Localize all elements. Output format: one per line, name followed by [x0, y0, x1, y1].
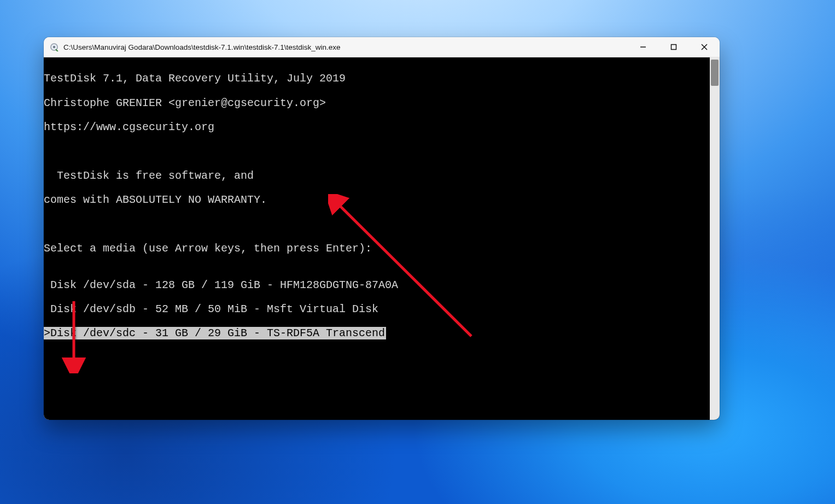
blank-line: [44, 388, 710, 400]
blank-line: [44, 145, 710, 157]
svg-rect-5: [671, 45, 676, 50]
maximize-button[interactable]: [658, 37, 689, 57]
console-area[interactable]: TestDisk 7.1, Data Recovery Utility, Jul…: [44, 57, 720, 420]
header-line-2: Christophe GRENIER <grenier@cgsecurity.o…: [44, 97, 710, 109]
console-text: TestDisk 7.1, Data Recovery Utility, Jul…: [44, 57, 710, 420]
disk-sdc-selected[interactable]: >Disk /dev/sdc - 31 GB / 29 GiB - TS-RDF…: [44, 327, 710, 339]
svg-point-2: [53, 46, 55, 48]
intro-line-1: TestDisk is free software, and: [44, 170, 710, 182]
header-line-1: TestDisk 7.1, Data Recovery Utility, Jul…: [44, 73, 710, 85]
app-icon: [49, 42, 59, 52]
window-title: C:\Users\Manuviraj Godara\Downloads\test…: [63, 43, 628, 51]
disk-sdc-label: >Disk /dev/sdc - 31 GB / 29 GiB - TS-RDF…: [44, 327, 386, 339]
blank-line: [44, 219, 710, 231]
blank-line: [44, 364, 710, 376]
scrollbar-thumb[interactable]: [711, 60, 719, 86]
intro-line-2: comes with ABSOLUTELY NO WARRANTY.: [44, 194, 710, 206]
disk-sda[interactable]: Disk /dev/sda - 128 GB / 119 GiB - HFM12…: [44, 279, 710, 291]
header-line-3: https://www.cgsecurity.org: [44, 121, 710, 133]
titlebar[interactable]: C:\Users\Manuviraj Godara\Downloads\test…: [44, 37, 720, 57]
close-button[interactable]: [689, 37, 720, 57]
vertical-scrollbar[interactable]: [710, 57, 720, 420]
select-media-prompt: Select a media (use Arrow keys, then pre…: [44, 243, 710, 255]
console-window: C:\Users\Manuviraj Godara\Downloads\test…: [44, 37, 720, 420]
disk-list: Disk /dev/sda - 128 GB / 119 GiB - HFM12…: [44, 267, 710, 351]
blank-line: [44, 413, 710, 420]
caption-buttons: [628, 37, 720, 57]
svg-rect-4: [640, 46, 646, 48]
disk-sdb[interactable]: Disk /dev/sdb - 52 MB / 50 MiB - Msft Vi…: [44, 303, 710, 315]
minimize-button[interactable]: [628, 37, 658, 57]
